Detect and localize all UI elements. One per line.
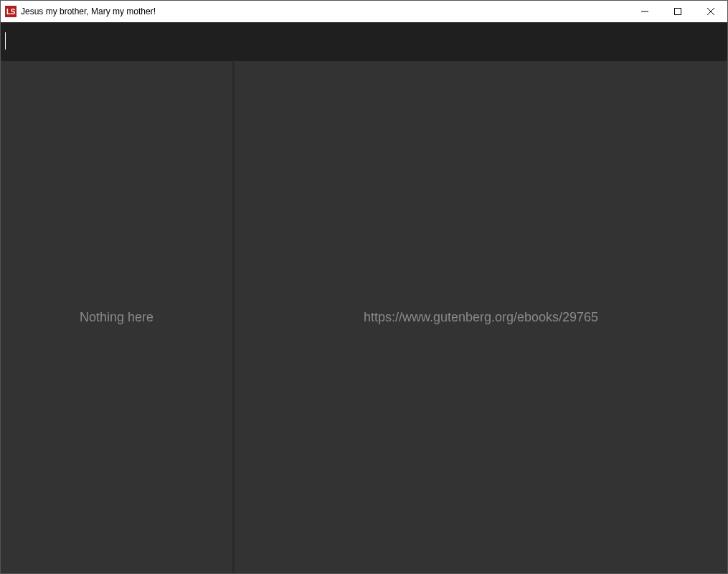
left-empty-label: Nothing here bbox=[80, 310, 153, 325]
maximize-icon bbox=[674, 8, 681, 15]
window-controls bbox=[628, 1, 727, 22]
text-cursor bbox=[5, 32, 6, 50]
minimize-icon bbox=[641, 8, 648, 15]
titlebar-left: LS Jesus my brother, Mary my mother! bbox=[5, 6, 156, 17]
url-input[interactable] bbox=[235, 310, 727, 325]
toolbar bbox=[1, 22, 727, 61]
left-panel: Nothing here bbox=[1, 61, 235, 573]
window-title: Jesus my brother, Mary my mother! bbox=[21, 6, 156, 17]
right-panel bbox=[235, 61, 727, 573]
close-icon bbox=[707, 8, 714, 15]
app-window: LS Jesus my brother, Mary my mother! Not… bbox=[0, 0, 728, 574]
maximize-button[interactable] bbox=[661, 1, 694, 22]
minimize-button[interactable] bbox=[628, 1, 661, 22]
svg-rect-1 bbox=[675, 9, 681, 15]
titlebar[interactable]: LS Jesus my brother, Mary my mother! bbox=[1, 1, 727, 22]
content-area: Nothing here bbox=[1, 61, 727, 573]
app-icon: LS bbox=[5, 6, 16, 17]
close-button[interactable] bbox=[694, 1, 727, 22]
